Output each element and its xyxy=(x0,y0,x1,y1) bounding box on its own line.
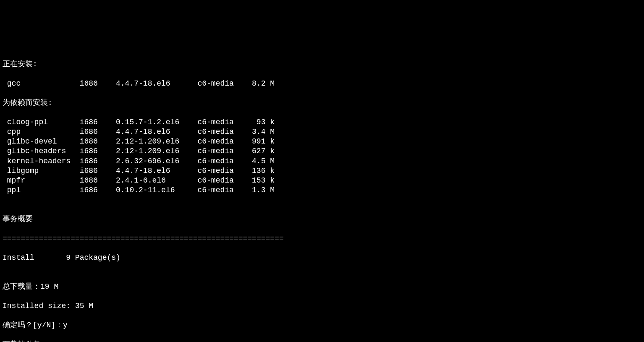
pkg-arch: i686 xyxy=(80,146,107,156)
terminal-output: 正在安装: gcc i686 4.4.7-18.el6 c6-media 8.2… xyxy=(0,48,644,342)
pkg-arch: i686 xyxy=(80,166,107,176)
package-row: mpfr i686 2.4.1-6.el6 c6-media 153 k xyxy=(3,176,641,185)
pkg-size: 8.2 M xyxy=(247,79,275,89)
total-download: 总下载量：19 M xyxy=(3,282,641,292)
pkg-version: 4.4.7-18.el6 xyxy=(116,166,188,176)
section-installing: 正在安装: xyxy=(3,60,641,69)
package-row: kernel-headers i686 2.6.32-696.el6 c6-me… xyxy=(3,157,641,166)
pkg-repo: c6-media xyxy=(197,127,243,137)
package-row: ppl i686 0.10.2-11.el6 c6-media 1.3 M xyxy=(3,185,641,195)
pkg-name: cloog-ppl xyxy=(3,117,75,127)
pkg-name: cpp xyxy=(3,127,75,137)
package-row: glibc-devel i686 2.12-1.209.el6 c6-media… xyxy=(3,137,641,146)
pkg-size: 1.3 M xyxy=(247,185,275,195)
pkg-size: 93 k xyxy=(247,117,275,127)
downloading-packages: 下载软件包： xyxy=(3,340,641,342)
pkg-size: 627 k xyxy=(247,146,275,156)
pkg-name: kernel-headers xyxy=(3,157,75,166)
pkg-repo: c6-media xyxy=(197,166,243,176)
pkg-arch: i686 xyxy=(80,157,107,166)
pkg-name: libgomp xyxy=(3,166,75,176)
pkg-name: glibc-headers xyxy=(3,146,75,156)
package-row: libgomp i686 4.4.7-18.el6 c6-media 136 k xyxy=(3,166,641,176)
pkg-version: 0.15.7-1.2.el6 xyxy=(116,117,188,127)
install-count: Install 9 Package(s) xyxy=(3,253,641,263)
pkg-arch: i686 xyxy=(80,185,107,195)
package-row: glibc-headers i686 2.12-1.209.el6 c6-med… xyxy=(3,146,641,156)
pkg-name: gcc xyxy=(3,79,75,89)
pkg-repo: c6-media xyxy=(197,176,243,185)
pkg-size: 3.4 M xyxy=(247,127,275,137)
pkg-name: ppl xyxy=(3,185,75,195)
confirm-prompt-1[interactable]: 确定吗？[y/N]：y xyxy=(3,321,641,330)
pkg-size: 4.5 M xyxy=(247,157,275,166)
pkg-size: 991 k xyxy=(247,137,275,146)
pkg-size: 136 k xyxy=(247,166,275,176)
section-dep-installing: 为依赖而安装: xyxy=(3,98,641,108)
pkg-repo: c6-media xyxy=(197,117,243,127)
pkg-arch: i686 xyxy=(80,137,107,146)
pkg-name: glibc-devel xyxy=(3,137,75,146)
pkg-repo: c6-media xyxy=(197,137,243,146)
pkg-arch: i686 xyxy=(80,79,107,89)
pkg-arch: i686 xyxy=(80,117,107,127)
pkg-version: 4.4.7-18.el6 xyxy=(116,127,188,137)
pkg-arch: i686 xyxy=(80,127,107,137)
pkg-name: mpfr xyxy=(3,176,75,185)
pkg-version: 2.12-1.209.el6 xyxy=(116,146,188,156)
pkg-version: 2.4.1-6.el6 xyxy=(116,176,188,185)
pkg-arch: i686 xyxy=(80,176,107,185)
installed-size: Installed size: 35 M xyxy=(3,301,641,311)
pkg-repo: c6-media xyxy=(197,185,243,195)
pkg-version: 4.4.7-18.el6 xyxy=(116,79,188,89)
pkg-version: 0.10.2-11.el6 xyxy=(116,185,188,195)
pkg-repo: c6-media xyxy=(197,79,243,89)
package-row: cpp i686 4.4.7-18.el6 c6-media 3.4 M xyxy=(3,127,641,137)
pkg-version: 2.6.32-696.el6 xyxy=(116,157,188,166)
summary-separator: ========================================… xyxy=(3,234,641,243)
package-row: cloog-ppl i686 0.15.7-1.2.el6 c6-media 9… xyxy=(3,117,641,127)
package-row: gcc i686 4.4.7-18.el6 c6-media 8.2 M xyxy=(3,79,641,89)
pkg-size: 153 k xyxy=(247,176,275,185)
summary-title: 事务概要 xyxy=(3,214,641,224)
pkg-repo: c6-media xyxy=(197,146,243,156)
pkg-version: 2.12-1.209.el6 xyxy=(116,137,188,146)
pkg-repo: c6-media xyxy=(197,157,243,166)
